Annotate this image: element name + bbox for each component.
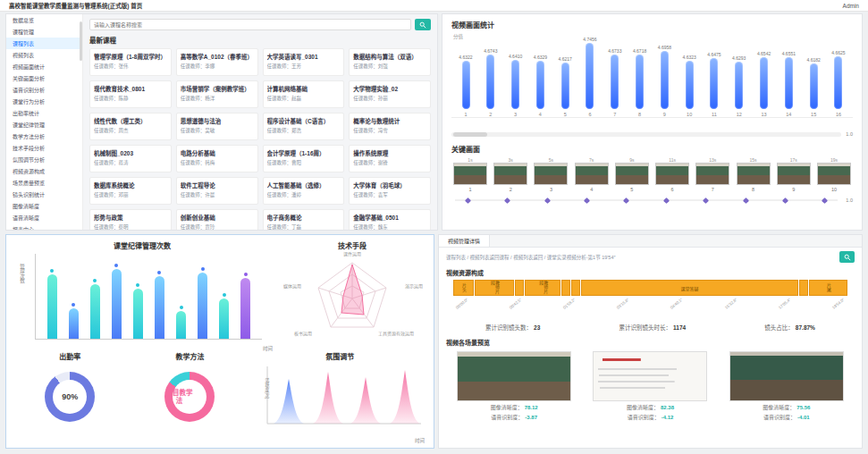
course-card[interactable]: 大学体育（羽毛球） 任课教师：袁军 课程状态：进行中 (349, 177, 431, 205)
search-button[interactable] (415, 19, 431, 30)
composition-segment[interactable]: 片头 (453, 280, 474, 296)
sidebar-item[interactable]: 氛围调节分析 (6, 154, 82, 165)
composition-segment[interactable]: 课堂答疑 (581, 280, 798, 296)
timeline-marker[interactable] (703, 197, 709, 203)
sidebar-item[interactable]: 出勤率统计 (6, 107, 82, 119)
user-menu[interactable]: Admin (843, 3, 859, 9)
course-card[interactable]: 思想道德与法治 任课教师：吴敏 课程状态：进行中 (176, 113, 258, 140)
keyframe-item[interactable]: 19s 10 (815, 157, 853, 192)
discipline-bar[interactable] (69, 308, 79, 339)
timeline-marker[interactable] (663, 197, 670, 203)
keyframe-item[interactable]: 17s 9 (775, 157, 813, 192)
course-card[interactable]: 高等数学A_0102（春季班） 任课教师：李娜 课程状态：进行中 (176, 48, 258, 76)
course-card[interactable]: 电路分析基础 任课教师：韩梅 课程状态：进行中 (176, 145, 258, 172)
frame-bar[interactable] (686, 61, 694, 109)
course-card[interactable]: 市场营销学（案例教学班） 任课教师：杨洋 课程状态：进行中 (176, 80, 258, 108)
sidebar-item[interactable]: 语音清晰度 (6, 212, 82, 223)
course-card[interactable]: 软件工程导论 任课教师：许晨 课程状态：已结束 (176, 177, 258, 205)
timeline-marker[interactable] (623, 197, 629, 203)
timeline-marker[interactable] (822, 197, 828, 203)
sidebar-item[interactable]: 课堂行为分析 (6, 96, 82, 107)
keyframe-item[interactable]: 11s 6 (653, 157, 691, 192)
keyframe-thumbnail[interactable] (737, 163, 771, 185)
frame-bar[interactable] (760, 57, 768, 109)
frame-bar[interactable] (611, 55, 619, 109)
search-input[interactable] (89, 19, 411, 30)
sidebar-item[interactable]: 视频画面统计 (6, 61, 82, 72)
keyframe-thumbnail[interactable] (493, 163, 527, 185)
course-card[interactable]: 线性代数（理工类） 任课教师：周杰 课程状态：进行中 (89, 113, 172, 140)
keyframe-thumbnail[interactable] (695, 163, 729, 185)
sidebar-item[interactable]: 关键画面分析 (6, 72, 82, 84)
frame-bar[interactable] (810, 63, 818, 109)
course-card[interactable]: 大学英语读写_0301 任课教师：王芳 课程状态：进行中 (263, 48, 345, 76)
course-card[interactable]: 金融学基础_0501 任课教师：魏东 课程状态：进行中 (349, 209, 431, 230)
search-action-button[interactable] (839, 251, 855, 263)
frame-bar[interactable] (561, 63, 569, 109)
composition-segment[interactable]: 教师片段 (525, 280, 560, 296)
course-card[interactable]: 计算机网络基础 任课教师：赵磊 课程状态：进行中 (263, 80, 345, 108)
scene-thumbnail[interactable] (729, 351, 844, 401)
sidebar-item[interactable]: 数据总览 (6, 14, 82, 26)
course-card[interactable]: 电子商务概论 任课教师：丁磊 课程状态：进行中 (263, 209, 345, 230)
sidebar-item[interactable]: 场景质量预览 (6, 177, 82, 189)
frame-bar[interactable] (462, 61, 470, 109)
sidebar-item[interactable]: 课程管理 (6, 26, 82, 38)
course-card[interactable]: 管理学原理（1-8周双学时） 任课教师：张伟 课程状态：进行中 (89, 48, 172, 76)
sidebar-item[interactable]: 技术手段分析 (6, 142, 82, 154)
timeline-marker[interactable] (584, 197, 590, 203)
keyframe-item[interactable]: 5s 3 (532, 157, 569, 192)
sidebar-item[interactable]: 课程列表 (6, 38, 82, 49)
keyframe-item[interactable]: 9s 5 (613, 157, 651, 192)
keyframe-thumbnail[interactable] (453, 163, 487, 185)
timeline-marker[interactable] (465, 197, 471, 203)
keyframe-timeline[interactable] (451, 197, 841, 204)
frame-bar[interactable] (511, 60, 519, 109)
keyframe-item[interactable]: 3s 2 (492, 157, 529, 192)
keyframe-thumbnail[interactable] (575, 163, 609, 185)
frame-bar[interactable] (536, 61, 544, 109)
sidebar-item[interactable]: 图像清晰度 (6, 200, 82, 212)
timeline-marker[interactable] (504, 197, 510, 203)
keyframe-thumbnail[interactable] (534, 163, 568, 185)
discipline-bar[interactable] (133, 289, 143, 339)
sidebar-item[interactable]: 镜头识别统计 (6, 189, 82, 200)
frame-bar[interactable] (486, 55, 494, 109)
scene-thumbnail[interactable] (593, 351, 707, 401)
discipline-bar[interactable] (112, 269, 122, 339)
frame-bar[interactable] (636, 55, 644, 109)
composition-segment[interactable] (561, 280, 570, 296)
scene-thumbnail[interactable] (457, 351, 571, 401)
discipline-bar[interactable] (198, 273, 207, 339)
discipline-bar[interactable] (240, 278, 250, 339)
discipline-bar[interactable] (219, 298, 229, 339)
breadcrumb[interactable]: 课程列表 / 视频列表返回课程 / 视频列表返回 / 课堂实录视频分析-第1节 … (446, 254, 615, 261)
sidebar-item[interactable]: 视频列表 (6, 49, 82, 61)
frame-bar[interactable] (710, 58, 718, 109)
sidebar-item[interactable]: 课堂纪律管理 (6, 119, 82, 130)
composition-segment[interactable] (799, 280, 808, 296)
keyframe-item[interactable]: 7s 4 (573, 157, 611, 192)
course-card[interactable]: 创新创业基础 任课教师：贾玲 课程状态：进行中 (176, 209, 258, 230)
timeline-marker[interactable] (782, 197, 788, 203)
course-card[interactable]: 大学物理实验_02 任课教师：孙丽 课程状态：进行中 (349, 80, 431, 108)
frame-bar[interactable] (834, 56, 842, 109)
course-card[interactable]: 会计学原理（1-16周） 任课教师：曹阳 课程状态：进行中 (263, 145, 345, 172)
course-card[interactable]: 数据结构与算法（双语） 任课教师：刘强 课程状态：进行中 (349, 48, 431, 76)
frame-bar[interactable] (785, 57, 793, 109)
composition-segment[interactable] (515, 280, 524, 296)
sidebar-item[interactable]: 视频资源构成 (6, 165, 82, 177)
frame-bar[interactable] (735, 62, 743, 109)
sidebar-item[interactable]: 教学方法分析 (6, 130, 82, 142)
composition-segment[interactable]: 教师片段 (475, 280, 514, 296)
discipline-bar[interactable] (176, 311, 186, 339)
keyframe-thumbnail[interactable] (655, 163, 689, 185)
composition-segment[interactable]: 片尾 (809, 280, 847, 296)
sidebar-item[interactable]: 报表中心 (6, 223, 82, 230)
timeline-marker[interactable] (544, 197, 551, 203)
sidebar-item[interactable]: 语音识别分析 (6, 84, 82, 96)
course-card[interactable]: 形势与政策 任课教师：蔡明 课程状态：进行中 (89, 209, 172, 230)
keyframe-thumbnail[interactable] (777, 163, 811, 185)
frame-scrollbar-handle[interactable] (453, 132, 487, 137)
sidebar-scrollbar[interactable] (80, 21, 82, 61)
